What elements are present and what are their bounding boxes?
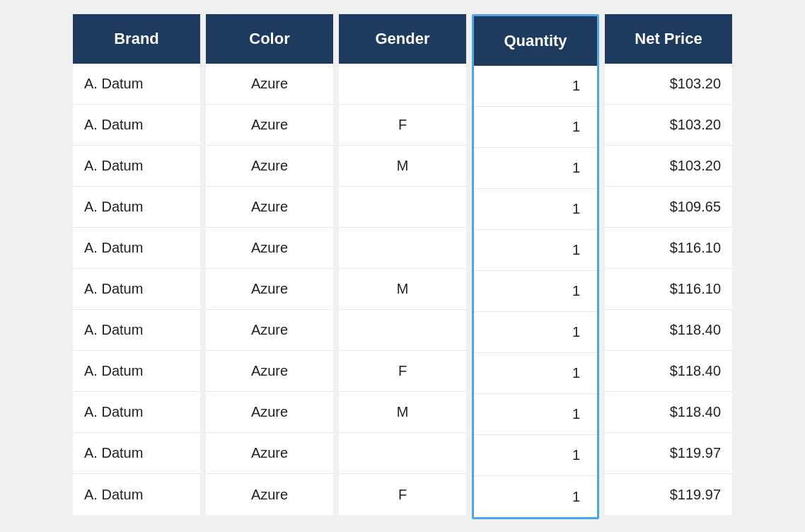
cell-color-7: Azure: [206, 351, 333, 392]
cell-color-1: Azure: [206, 105, 333, 146]
cell-netprice-10: $119.97: [605, 474, 732, 515]
cell-netprice-8: $118.40: [605, 392, 732, 433]
cell-netprice-5: $116.10: [605, 269, 732, 310]
cell-quantity-10: 1: [474, 476, 597, 517]
column-netprice: Net Price$103.20$103.20$103.20$109.65$11…: [605, 14, 732, 519]
cell-brand-6: A. Datum: [73, 310, 200, 351]
cell-brand-5: A. Datum: [73, 269, 200, 310]
cell-brand-3: A. Datum: [73, 187, 200, 228]
cell-color-6: Azure: [206, 310, 333, 351]
cell-gender-3: [339, 187, 466, 228]
cell-gender-10: F: [339, 474, 466, 515]
cell-netprice-2: $103.20: [605, 146, 732, 187]
cell-quantity-4: 1: [474, 230, 597, 271]
cell-quantity-3: 1: [474, 189, 597, 230]
column-quantity: Quantity11111111111: [472, 14, 599, 519]
header-netprice: Net Price: [605, 14, 732, 64]
cell-netprice-0: $103.20: [605, 64, 732, 105]
cell-gender-6: [339, 310, 466, 351]
cell-color-4: Azure: [206, 228, 333, 269]
cell-brand-4: A. Datum: [73, 228, 200, 269]
cell-quantity-0: 1: [474, 66, 597, 107]
cell-color-5: Azure: [206, 269, 333, 310]
cell-gender-4: [339, 228, 466, 269]
cell-color-2: Azure: [206, 146, 333, 187]
cell-gender-1: F: [339, 105, 466, 146]
cell-color-9: Azure: [206, 433, 333, 474]
cell-netprice-6: $118.40: [605, 310, 732, 351]
header-quantity: Quantity: [474, 16, 597, 66]
cell-color-3: Azure: [206, 187, 333, 228]
cell-brand-10: A. Datum: [73, 474, 200, 515]
column-color: ColorAzureAzureAzureAzureAzureAzureAzure…: [206, 14, 333, 519]
cell-color-10: Azure: [206, 474, 333, 515]
cell-brand-8: A. Datum: [73, 392, 200, 433]
cell-quantity-8: 1: [474, 394, 597, 435]
cell-brand-9: A. Datum: [73, 433, 200, 474]
cell-gender-7: F: [339, 351, 466, 392]
column-brand: BrandA. DatumA. DatumA. DatumA. DatumA. …: [73, 14, 200, 519]
cell-quantity-5: 1: [474, 271, 597, 312]
cell-gender-8: M: [339, 392, 466, 433]
cell-quantity-6: 1: [474, 312, 597, 353]
column-gender: GenderFMMFMF: [339, 14, 466, 519]
header-gender: Gender: [339, 14, 466, 64]
cell-brand-0: A. Datum: [73, 64, 200, 105]
cell-netprice-1: $103.20: [605, 105, 732, 146]
cell-netprice-3: $109.65: [605, 187, 732, 228]
cell-quantity-7: 1: [474, 353, 597, 394]
cell-netprice-9: $119.97: [605, 433, 732, 474]
header-brand: Brand: [73, 14, 200, 64]
cell-quantity-2: 1: [474, 148, 597, 189]
cell-gender-9: [339, 433, 466, 474]
cell-quantity-1: 1: [474, 107, 597, 148]
header-color: Color: [206, 14, 333, 64]
cell-gender-5: M: [339, 269, 466, 310]
cell-brand-1: A. Datum: [73, 105, 200, 146]
cell-brand-2: A. Datum: [73, 146, 200, 187]
cell-color-8: Azure: [206, 392, 333, 433]
cell-gender-2: M: [339, 146, 466, 187]
cell-quantity-9: 1: [474, 435, 597, 476]
cell-brand-7: A. Datum: [73, 351, 200, 392]
cell-netprice-4: $116.10: [605, 228, 732, 269]
cell-netprice-7: $118.40: [605, 351, 732, 392]
cell-color-0: Azure: [206, 64, 333, 105]
data-table: BrandA. DatumA. DatumA. DatumA. DatumA. …: [59, 0, 746, 532]
cell-gender-0: [339, 64, 466, 105]
